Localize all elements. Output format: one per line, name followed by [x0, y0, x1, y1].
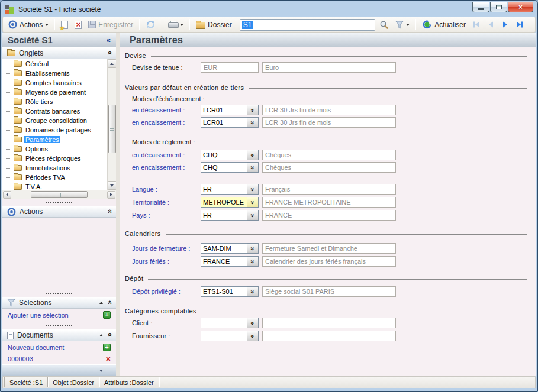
- section-header-onglets[interactable]: Onglets »: [2, 47, 116, 59]
- filter-button[interactable]: [393, 20, 412, 30]
- delete-record-button[interactable]: ×: [72, 20, 84, 30]
- tree-vertical-scrollbar[interactable]: [107, 59, 116, 190]
- dossier-button[interactable]: Dossier: [194, 20, 234, 30]
- tree-item-etablissements[interactable]: Etablissements: [2, 69, 116, 78]
- print-button[interactable]: [166, 20, 186, 30]
- search-input[interactable]: S1: [240, 19, 376, 31]
- dropdown-button[interactable]: »: [247, 105, 259, 115]
- double-chevron-down-icon: »: [249, 153, 256, 156]
- maximize-button[interactable]: [490, 2, 507, 12]
- documents-expand-bar[interactable]: [2, 364, 116, 376]
- scrollbar-thumb[interactable]: [108, 105, 116, 153]
- nav-last-button[interactable]: [513, 20, 526, 30]
- scroll-up-button[interactable]: [108, 59, 117, 68]
- ech-decaissement-label[interactable]: en décaissement :: [125, 106, 201, 114]
- territorialite-desc-field: FRANCE METROPOLITAINE: [262, 197, 396, 208]
- ech-decaissement-combo[interactable]: LCR01 »: [201, 105, 259, 115]
- dropdown-button[interactable]: »: [247, 318, 259, 328]
- depot-privilegie-combo[interactable]: ETS1-S01 »: [201, 286, 259, 297]
- tree-item-pieces-reciproques[interactable]: Pièces réciproques: [2, 154, 116, 163]
- new-document-button[interactable]: +: [103, 344, 111, 351]
- minimize-button[interactable]: [472, 2, 489, 12]
- dropdown-button[interactable]: »: [247, 184, 259, 195]
- document-item-link[interactable]: 0000003: [8, 355, 33, 362]
- add-selection-button[interactable]: +: [103, 311, 111, 319]
- tree-item-general[interactable]: Général: [2, 59, 116, 69]
- collapse-section-icon[interactable]: »: [105, 51, 114, 55]
- double-chevron-down-icon: »: [249, 213, 256, 216]
- section-header-documents[interactable]: Documents »: [2, 329, 116, 341]
- tree-item-periodes-tva[interactable]: Périodes TVA: [2, 173, 116, 182]
- close-button[interactable]: ×: [508, 2, 533, 12]
- tree-item-options[interactable]: Options: [2, 144, 116, 154]
- actualiser-button[interactable]: Actualiser: [420, 18, 468, 31]
- dropdown-button[interactable]: »: [247, 210, 259, 221]
- nav-last-icon: [516, 21, 524, 28]
- dropdown-button[interactable]: »: [247, 256, 259, 267]
- ech-encaissement-combo[interactable]: LCR01 »: [201, 117, 259, 128]
- nav-previous-button[interactable]: [485, 20, 497, 30]
- depot-privilegie-label[interactable]: Dépôt privilégié :: [125, 288, 201, 295]
- actions-menu-button[interactable]: Actions: [6, 19, 51, 30]
- collapse-section-icon[interactable]: »: [105, 301, 114, 304]
- collapse-arrow-icon[interactable]: [99, 334, 103, 336]
- tree-item-domaines-de-partages[interactable]: Domaines de partages: [2, 125, 116, 135]
- add-selection-link[interactable]: Ajouter une sélection: [8, 312, 69, 319]
- tree-item-role-tiers[interactable]: Rôle tiers: [2, 97, 116, 106]
- search-button[interactable]: [377, 19, 391, 31]
- reg-decaissement-label[interactable]: en décaissement :: [125, 151, 201, 158]
- client-combo[interactable]: »: [201, 318, 259, 328]
- nav-next-button[interactable]: [499, 20, 511, 30]
- search-value: S1: [242, 21, 253, 29]
- jours-fermeture-label[interactable]: Jours de fermeture :: [125, 245, 201, 252]
- delete-document-button[interactable]: ×: [106, 355, 111, 362]
- tree-item-moyens-de-paiement[interactable]: Moyens de paiement: [2, 88, 116, 97]
- scrollbar-thumb[interactable]: [31, 191, 88, 198]
- dropdown-button[interactable]: »: [247, 162, 259, 173]
- panel-splitter[interactable]: [116, 33, 120, 376]
- scroll-down-button[interactable]: [108, 181, 117, 190]
- dropdown-button[interactable]: »: [247, 331, 259, 341]
- tree-item-immobilisations[interactable]: Immobilisations: [2, 163, 116, 173]
- langue-label[interactable]: Langue :: [125, 186, 201, 193]
- territorialite-combo[interactable]: METROPOLE »: [201, 197, 259, 208]
- dropdown-button[interactable]: »: [247, 286, 259, 297]
- jours-feries-label[interactable]: Jours fériés :: [125, 258, 201, 265]
- reg-encaissement-combo[interactable]: CHQ »: [201, 162, 259, 173]
- dropdown-button[interactable]: »: [247, 197, 259, 208]
- tree-item-groupe-consolidation[interactable]: Groupe consolidation: [2, 116, 116, 125]
- pays-combo[interactable]: FR »: [201, 210, 259, 221]
- dropdown-button[interactable]: »: [247, 150, 259, 160]
- pays-label[interactable]: Pays :: [125, 212, 201, 219]
- jours-feries-combo[interactable]: FRANCE »: [201, 256, 259, 267]
- tree-item-tva[interactable]: T.V.A.: [2, 182, 116, 190]
- section-header-actions[interactable]: Actions »: [2, 206, 116, 218]
- dropdown-button[interactable]: »: [247, 117, 259, 128]
- jours-fermeture-combo[interactable]: SAM-DIM »: [201, 243, 259, 254]
- scroll-right-button[interactable]: [107, 191, 115, 199]
- refresh-button[interactable]: [143, 18, 158, 31]
- tree-item-contrats-bancaires[interactable]: Contrats bancaires: [2, 106, 116, 116]
- collapse-section-icon[interactable]: »: [105, 333, 114, 337]
- collapse-arrow-icon[interactable]: [99, 302, 103, 304]
- reg-decaissement-combo[interactable]: CHQ »: [201, 150, 259, 160]
- save-button[interactable]: Enregistrer: [86, 20, 136, 30]
- tree-item-parametres[interactable]: Paramètres: [2, 135, 116, 144]
- new-document-link[interactable]: Nouveau document: [8, 344, 64, 351]
- langue-combo[interactable]: FR »: [201, 184, 259, 195]
- section-header-selections[interactable]: Sélections »: [2, 297, 116, 309]
- territorialite-label[interactable]: Territorialité :: [125, 199, 201, 206]
- ech-encaissement-label[interactable]: en encaissement :: [125, 119, 201, 126]
- dropdown-button[interactable]: »: [247, 243, 259, 254]
- tree-item-comptes-bancaires[interactable]: Comptes bancaires: [2, 78, 116, 88]
- new-record-button[interactable]: ★: [59, 20, 70, 30]
- tree-horizontal-scrollbar[interactable]: [2, 190, 116, 199]
- nav-first-button[interactable]: [470, 20, 483, 30]
- reg-encaissement-label[interactable]: en encaissement :: [125, 164, 201, 171]
- section-separator: [2, 290, 116, 297]
- fournisseur-combo[interactable]: »: [201, 331, 259, 341]
- scroll-left-button[interactable]: [3, 191, 11, 199]
- separator: [189, 19, 190, 30]
- collapse-section-icon[interactable]: »: [105, 210, 114, 213]
- collapse-sidebar-button[interactable]: «: [107, 35, 111, 44]
